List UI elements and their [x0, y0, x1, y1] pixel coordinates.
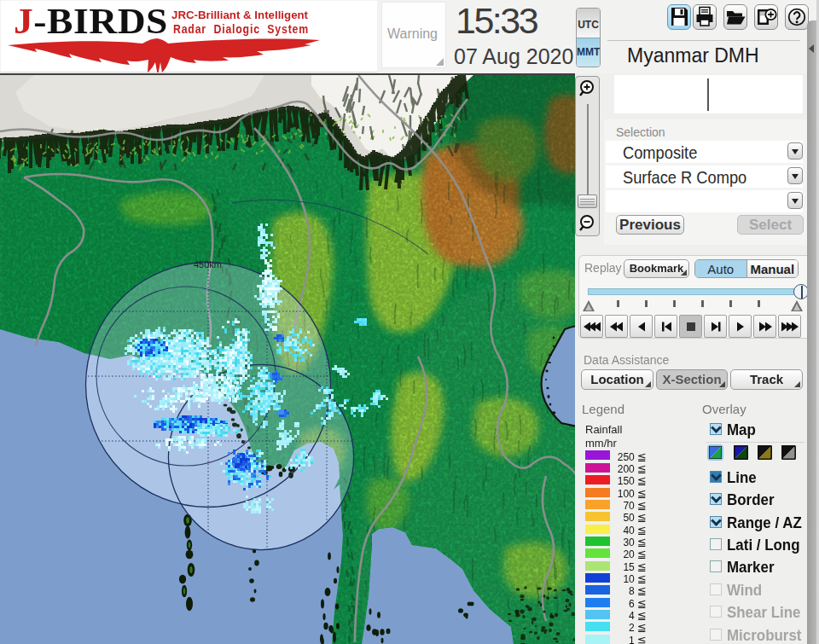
svg-text:450km: 450km — [194, 259, 222, 270]
